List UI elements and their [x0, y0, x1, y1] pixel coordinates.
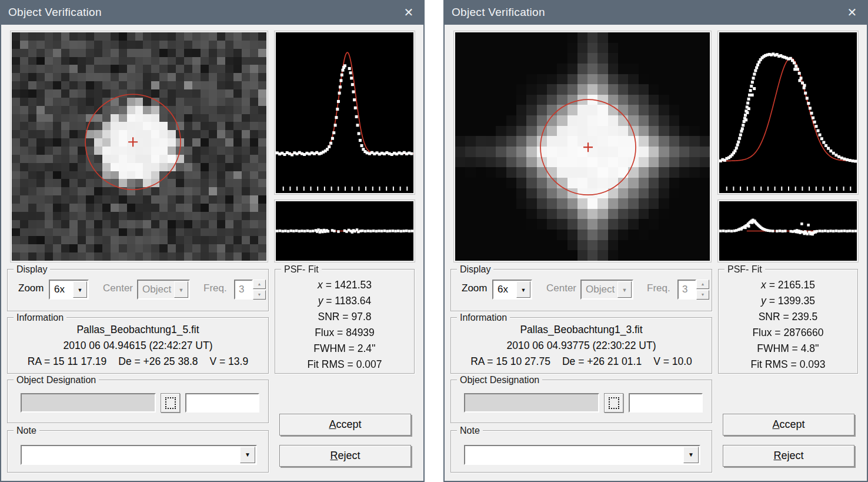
- object-designation-legend: Object Designation: [457, 375, 542, 385]
- v-mag-value: V = 10.0: [653, 355, 692, 368]
- center-select: Object ▼: [580, 280, 633, 300]
- psf-residual-plot: [719, 201, 857, 261]
- window-title: Object Verification: [452, 0, 545, 25]
- information-group: Information Pallas_Beobachtung1_3.fit 20…: [450, 317, 712, 374]
- psf-fit-rms: Fit RMS = 0.007: [275, 358, 414, 371]
- psf-profile-plot: [719, 32, 857, 193]
- freq-spinner: ▲ ▼: [696, 280, 709, 300]
- note-group: Note ▼: [450, 430, 712, 473]
- psf-profile-panel: [718, 31, 858, 194]
- freq-input: 3: [677, 280, 696, 300]
- psf-flux: Flux = 2876660: [719, 327, 857, 339]
- psf-residual-plot: [276, 201, 413, 261]
- freq-input: 3: [234, 280, 253, 300]
- designation-browse-button[interactable]: [161, 393, 180, 413]
- designation-primary-field: [21, 393, 156, 413]
- psf-y: y = 1183.64: [275, 295, 414, 307]
- accept-button[interactable]: Accept: [279, 414, 411, 436]
- aperture-circle-overlay: [455, 32, 710, 261]
- psf-fit-group: PSF- Fit x = 1421.53 y = 1183.64 SNR = 9…: [275, 269, 415, 374]
- note-legend: Note: [457, 426, 483, 436]
- object-image-panel: [11, 31, 268, 262]
- zoom-dropdown-icon[interactable]: ▼: [73, 281, 87, 298]
- information-group: Information Pallas_Beobachtung1_5.fit 20…: [7, 317, 269, 374]
- note-dropdown-icon[interactable]: ▼: [683, 447, 699, 463]
- psf-flux: Flux = 84939: [275, 327, 414, 339]
- center-select: Object ▼: [137, 280, 190, 300]
- psf-snr: SNR = 239.5: [719, 311, 857, 323]
- title-bar[interactable]: Object Verification ✕: [443, 0, 868, 25]
- de-value: De = +26 25 38.8: [118, 355, 198, 368]
- psf-fit-legend: PSF- Fit: [281, 264, 322, 275]
- note-combobox[interactable]: ▼: [464, 445, 700, 465]
- center-label: Center: [103, 282, 133, 294]
- designation-secondary-field[interactable]: [185, 393, 259, 413]
- psf-fit-group: PSF- Fit x = 2165.15 y = 1399.35 SNR = 2…: [718, 269, 858, 374]
- psf-profile-panel: [275, 31, 415, 194]
- close-icon[interactable]: ✕: [842, 0, 862, 25]
- note-legend: Note: [14, 426, 39, 436]
- psf-snr: SNR = 97.8: [275, 311, 414, 323]
- psf-x: x = 2165.15: [719, 279, 857, 291]
- reject-button[interactable]: Reject: [723, 445, 854, 467]
- psf-fit-rms: Fit RMS = 0.093: [719, 358, 857, 371]
- center-dropdown-icon: ▼: [174, 281, 188, 298]
- spin-down-icon: ▼: [696, 290, 709, 300]
- psf-fit-legend: PSF- Fit: [725, 264, 765, 275]
- zoom-dropdown-icon[interactable]: ▼: [516, 281, 530, 298]
- note-combobox[interactable]: ▼: [21, 445, 257, 465]
- display-group: Display Zoom 6x ▼ Center Object ▼ Freq. …: [450, 269, 712, 311]
- spin-up-icon: ▲: [253, 280, 266, 289]
- reject-button[interactable]: Reject: [279, 445, 411, 467]
- note-dropdown-icon[interactable]: ▼: [240, 447, 255, 463]
- display-legend: Display: [457, 264, 493, 275]
- note-input[interactable]: [22, 446, 256, 464]
- zoom-select[interactable]: 6x ▼: [492, 280, 532, 300]
- ra-value: RA = 15 10 27.75: [470, 355, 550, 368]
- close-icon[interactable]: ✕: [399, 0, 419, 25]
- psf-fwhm: FWHM = 2.4'': [275, 343, 414, 355]
- spin-up-icon: ▲: [696, 280, 709, 289]
- dotted-box-icon: [165, 397, 176, 409]
- zoom-label: Zoom: [462, 282, 487, 294]
- accept-button[interactable]: Accept: [723, 414, 854, 436]
- object-verification-dialog-left: Object Verification ✕ Display Zoom 6x ▼ …: [0, 0, 425, 482]
- window-title: Object Verification: [8, 0, 102, 25]
- object-verification-dialog-right: Object Verification ✕ Display Zoom 6x ▼ …: [443, 0, 868, 482]
- coordinates-line: RA = 15 10 27.75 De = +26 21 01.1 V = 10…: [451, 355, 712, 368]
- freq-label: Freq.: [203, 282, 227, 294]
- object-designation-group: Object Designation: [7, 380, 269, 423]
- screen: Object Verification ✕ Display Zoom 6x ▼ …: [0, 0, 868, 482]
- v-mag-value: V = 13.9: [210, 355, 249, 368]
- freq-spinner: ▲ ▼: [253, 280, 266, 300]
- psf-residual-panel: [718, 200, 858, 262]
- display-legend: Display: [14, 264, 50, 275]
- display-group: Display Zoom 6x ▼ Center Object ▼ Freq. …: [7, 269, 269, 311]
- observation-datetime: 2010 06 04.94615 (22:42:27 UT): [8, 340, 268, 352]
- designation-browse-button[interactable]: [604, 393, 623, 413]
- filename: Pallas_Beobachtung1_3.fit: [451, 324, 712, 336]
- center-dropdown-icon: ▼: [617, 281, 632, 298]
- title-bar[interactable]: Object Verification ✕: [0, 0, 425, 25]
- zoom-select[interactable]: 6x ▼: [49, 280, 89, 300]
- center-label: Center: [546, 282, 576, 294]
- filename: Pallas_Beobachtung1_5.fit: [8, 324, 268, 336]
- psf-residual-panel: [275, 200, 415, 262]
- designation-secondary-field[interactable]: [629, 393, 703, 413]
- spin-down-icon: ▼: [253, 290, 266, 300]
- psf-x: x = 1421.53: [275, 279, 414, 291]
- note-group: Note ▼: [7, 430, 269, 473]
- ra-value: RA = 15 11 17.19: [28, 355, 106, 368]
- psf-profile-plot: [276, 32, 413, 193]
- aperture-circle-overlay: [12, 32, 266, 261]
- object-designation-group: Object Designation: [450, 380, 712, 423]
- note-input[interactable]: [465, 446, 699, 464]
- dotted-box-icon: [609, 397, 619, 409]
- psf-y: y = 1399.35: [719, 295, 857, 307]
- information-legend: Information: [457, 313, 510, 323]
- freq-label: Freq.: [647, 282, 670, 294]
- de-value: De = +26 21 01.1: [562, 355, 642, 368]
- object-designation-legend: Object Designation: [14, 375, 99, 385]
- psf-fwhm: FWHM = 4.8'': [719, 343, 857, 355]
- object-image-panel: [454, 31, 711, 262]
